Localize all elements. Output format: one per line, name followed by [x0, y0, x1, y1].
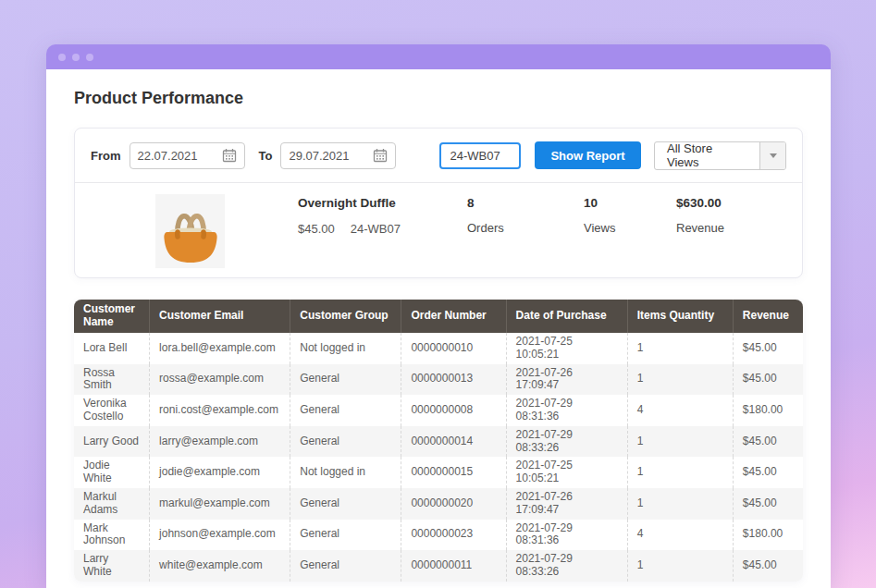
views-count: 10	[584, 196, 676, 210]
orders-label: Orders	[467, 221, 584, 235]
table-row: Markul Adamsmarkul@example.comGeneral000…	[74, 488, 803, 520]
product-info: Overnight Duffle $45.00 24-WB07	[298, 194, 467, 277]
table-cell: General	[290, 520, 401, 551]
table-cell: roni.cost@example.com	[149, 395, 290, 426]
window-dot-icon[interactable]	[86, 54, 93, 61]
table-cell: 0000000023	[401, 520, 505, 551]
table-cell: Veronika Costello	[74, 395, 149, 426]
table-cell: 0000000015	[401, 457, 505, 488]
views-stat: 10 Views	[584, 194, 676, 277]
column-header: Items Quantity	[627, 300, 733, 333]
table-cell: $45.00	[733, 364, 803, 396]
store-view-select[interactable]: All Store Views	[654, 141, 786, 170]
table-cell: 0000000011	[401, 550, 505, 582]
table-cell: Rossa Smith	[74, 364, 149, 396]
column-header: Date of Purchase	[506, 300, 627, 333]
orders-stat: 8 Orders	[467, 194, 584, 277]
window-titlebar	[46, 44, 831, 69]
table-cell: 2021-07-29 08:33:26	[506, 426, 627, 458]
chevron-down-icon	[770, 153, 777, 158]
table-row: Larry Goodlarry@example.comGeneral000000…	[74, 426, 803, 458]
table-cell: 2021-07-25 10:05:21	[506, 333, 627, 364]
page-title: Product Performance	[74, 69, 803, 108]
table-cell: 2021-07-25 10:05:21	[506, 457, 627, 488]
table-row: Rossa Smithrossa@example.comGeneral00000…	[74, 364, 803, 396]
window-dot-icon[interactable]	[58, 54, 66, 61]
table-cell: white@example.com	[149, 550, 290, 582]
table-header-row: Customer NameCustomer EmailCustomer Grou…	[74, 300, 803, 333]
filter-row: From 22.07.2021 To	[75, 129, 802, 182]
handbag-image	[155, 194, 225, 268]
table-cell: $45.00	[733, 457, 803, 488]
table-cell: Markul Adams	[74, 488, 149, 520]
show-report-button[interactable]: Show Report	[535, 141, 640, 169]
table-cell: Mark Johnson	[74, 520, 149, 551]
table-cell: 0000000020	[401, 488, 505, 520]
table-cell: General	[290, 426, 401, 458]
table-cell: 2021-07-29 08:31:36	[506, 395, 627, 426]
product-image	[155, 194, 225, 268]
table-cell: 1	[627, 333, 733, 364]
report-table: Customer NameCustomer EmailCustomer Grou…	[74, 300, 803, 582]
table-cell: 2021-07-29 08:33:26	[506, 550, 627, 582]
window-dot-icon[interactable]	[72, 54, 80, 61]
table-cell: Larry White	[74, 550, 149, 582]
table-row: Veronika Costelloroni.cost@example.comGe…	[74, 395, 803, 426]
table-cell: 2021-07-26 17:09:47	[506, 488, 627, 520]
store-view-value: All Store Views	[655, 142, 759, 169]
calendar-icon[interactable]	[222, 148, 237, 163]
table-cell: lora.bell@example.com	[149, 333, 290, 364]
table-cell: $180.00	[733, 395, 803, 426]
product-sku: 24-WB07	[351, 222, 401, 236]
table-cell: Not logged in	[290, 457, 401, 488]
table-cell: Not logged in	[290, 333, 401, 364]
table-row: Larry Whitewhite@example.comGeneral00000…	[74, 550, 803, 582]
table-row: Mark Johnsonjohnson@example.comGeneral00…	[74, 520, 803, 551]
orders-count: 8	[467, 196, 584, 210]
table-cell: General	[290, 488, 401, 520]
table-cell: $45.00	[733, 333, 803, 364]
table-cell: johnson@example.com	[149, 520, 290, 551]
revenue-stat: $630.00 Revenue	[676, 194, 724, 277]
column-header: Customer Name	[74, 300, 149, 333]
table-cell: 1	[627, 457, 733, 488]
from-label: From	[91, 149, 121, 163]
table-cell: General	[290, 550, 401, 582]
table-cell: 4	[627, 520, 733, 551]
calendar-icon[interactable]	[373, 148, 388, 163]
table-cell: jodie@example.com	[149, 457, 290, 488]
table-cell: 2021-07-29 08:31:36	[506, 520, 627, 551]
table-cell: $45.00	[733, 426, 803, 458]
column-header: Customer Email	[149, 300, 290, 333]
table-cell: General	[290, 395, 401, 426]
table-cell: $45.00	[733, 488, 803, 520]
table-cell: Lora Bell	[74, 333, 149, 364]
report-filter-card: From 22.07.2021 To	[74, 128, 803, 278]
table-row: Lora Belllora.bell@example.comNot logged…	[74, 333, 803, 364]
select-arrow-button[interactable]	[759, 142, 785, 169]
table-cell: 1	[627, 488, 733, 520]
table-cell: 1	[627, 550, 733, 582]
table-cell: Jodie White	[74, 457, 149, 488]
date-to-value: 29.07.2021	[289, 149, 349, 163]
date-from-value: 22.07.2021	[138, 149, 198, 163]
to-label: To	[259, 149, 273, 163]
table-cell: General	[290, 364, 401, 396]
table-cell: 1	[627, 364, 733, 396]
table-cell: rossa@example.com	[149, 364, 290, 396]
table-cell: 0000000008	[401, 395, 505, 426]
table-cell: 0000000013	[401, 364, 505, 396]
table-cell: larry@example.com	[149, 426, 290, 458]
product-name: Overnight Duffle	[298, 196, 467, 210]
views-label: Views	[584, 221, 676, 235]
product-summary-row: Overnight Duffle $45.00 24-WB07 8 Orders…	[75, 183, 802, 277]
table-cell: markul@example.com	[149, 488, 290, 520]
date-from-input[interactable]: 22.07.2021	[130, 142, 245, 169]
product-price: $45.00	[298, 222, 335, 236]
table-cell: 0000000014	[401, 426, 505, 458]
revenue-amount: $630.00	[676, 196, 724, 210]
date-to-input[interactable]: 29.07.2021	[280, 142, 396, 169]
table-cell: 4	[627, 395, 733, 426]
revenue-label: Revenue	[676, 221, 724, 235]
sku-search-input[interactable]	[439, 142, 521, 169]
